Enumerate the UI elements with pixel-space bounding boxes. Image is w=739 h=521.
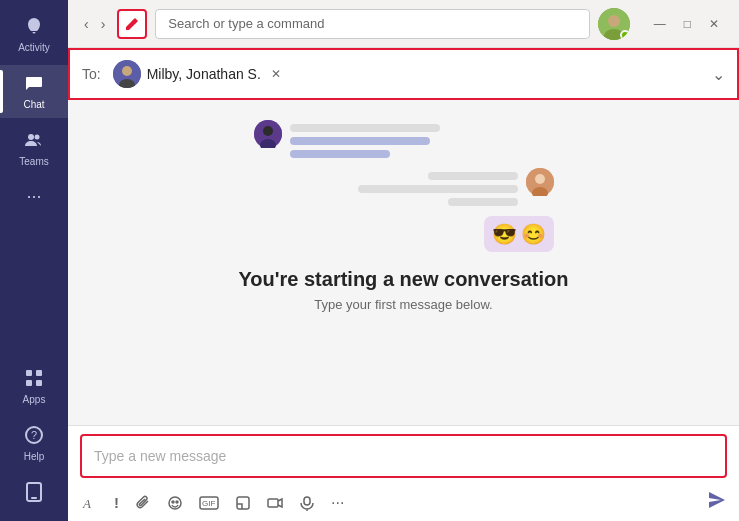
bubble-line [358,185,518,193]
conversation-area: 😎 😊 You're starting a new conversation T… [68,100,739,425]
emoji-sunglasses: 😎 [492,222,517,246]
back-button[interactable]: ‹ [80,14,93,34]
bubble-line [290,137,430,145]
bubble-lines-2 [358,172,518,206]
more-icon: ··· [331,494,344,512]
activity-label: Activity [18,42,50,53]
search-placeholder: Search or type a command [168,16,324,31]
sidebar-item-apps[interactable]: Apps [0,360,68,413]
help-label: Help [24,451,45,462]
svg-point-17 [263,126,273,136]
apps-icon [24,368,44,391]
teams-icon [24,130,44,153]
svg-rect-30 [304,497,310,505]
message-area: Type a new message A ! [68,425,739,521]
chat-illustration: 😎 😊 [254,120,554,252]
chat-icon [24,73,44,96]
help-icon: ? [24,425,44,448]
svg-point-0 [28,134,34,140]
recipient-avatar [113,60,141,88]
svg-point-1 [35,135,40,140]
attach-button[interactable] [133,493,153,513]
sidebar-item-chat[interactable]: Chat [0,65,68,118]
svg-rect-3 [36,370,42,376]
sidebar-nav-bottom: Apps ? Help [0,360,68,521]
bubble-line [428,172,518,180]
recipient-chip: Milby, Jonathan S. ✕ [113,60,712,88]
svg-point-14 [122,66,132,76]
bubble-line [290,150,390,158]
maximize-button[interactable]: □ [676,13,699,35]
emoji-button[interactable] [165,493,185,513]
forward-button[interactable]: › [97,14,110,34]
new-conversation-heading: You're starting a new conversation [238,268,568,291]
svg-point-20 [535,174,545,184]
recipient-name: Milby, Jonathan S. [147,66,261,82]
exclaim-icon: ! [114,494,119,511]
activity-icon [24,16,44,39]
svg-rect-2 [26,370,32,376]
bubble-line [290,124,440,132]
svg-text:?: ? [31,429,37,441]
important-button[interactable]: ! [112,492,121,513]
teams-label: Teams [19,156,48,167]
more-options-button[interactable]: ··· [329,492,346,514]
sidebar-nav-top: Activity Chat Teams ··· [0,8,68,213]
new-conversation-subtext: Type your first message below. [238,297,568,312]
svg-rect-9 [31,497,37,499]
sidebar-item-device[interactable] [0,474,68,513]
format-button[interactable]: A [80,493,100,513]
apps-label: Apps [23,394,46,405]
close-button[interactable]: ✕ [701,13,727,35]
gif-button[interactable]: GIF [197,494,221,512]
search-bar[interactable]: Search or type a command [155,9,589,39]
chat-label: Chat [23,99,44,110]
topbar: ‹ › Search or type a command — □ ✕ [68,0,739,48]
svg-rect-29 [268,499,278,507]
svg-point-24 [172,501,174,503]
bubble-avatar-1 [254,120,282,148]
expand-button[interactable]: ⌄ [712,65,725,84]
compose-button[interactable] [117,9,147,39]
sidebar: Activity Chat Teams ··· [0,0,68,521]
to-field[interactable]: To: Milby, Jonathan S. ✕ ⌄ [68,48,739,100]
bubble-lines-1 [290,124,440,158]
message-toolbar: A ! GI [68,486,739,521]
sidebar-item-activity[interactable]: Activity [0,8,68,61]
window-controls: — □ ✕ [646,13,727,35]
new-conversation-info: You're starting a new conversation Type … [238,268,568,312]
emoji-smile: 😊 [521,222,546,246]
sidebar-item-more[interactable]: ··· [0,179,68,213]
svg-rect-28 [237,497,249,509]
remove-recipient-button[interactable]: ✕ [271,67,281,81]
svg-rect-5 [36,380,42,386]
minimize-button[interactable]: — [646,13,674,35]
bubble-line [448,198,518,206]
bubble-row-1 [254,120,554,158]
emoji-row: 😎 😊 [484,216,554,252]
bubble-row-2 [254,168,554,206]
sidebar-item-help[interactable]: ? Help [0,417,68,470]
to-label: To: [82,66,101,82]
nav-arrows: ‹ › [80,14,109,34]
profile-status-indicator [620,30,630,40]
svg-point-11 [608,15,620,27]
svg-point-25 [176,501,178,503]
sticker-button[interactable] [233,493,253,513]
main-content: ‹ › Search or type a command — □ ✕ [68,0,739,521]
bubble-avatar-2 [526,168,554,196]
sidebar-item-teams[interactable]: Teams [0,122,68,175]
message-input-container[interactable]: Type a new message [80,434,727,478]
svg-text:GIF: GIF [202,499,215,508]
svg-text:A: A [82,496,91,511]
audio-button[interactable] [297,493,317,513]
more-icon: ··· [26,187,41,205]
svg-rect-4 [26,380,32,386]
avatar[interactable] [598,8,630,40]
send-button[interactable] [707,490,727,515]
message-placeholder: Type a new message [94,448,226,464]
device-icon [25,482,43,505]
meet-button[interactable] [265,493,285,513]
